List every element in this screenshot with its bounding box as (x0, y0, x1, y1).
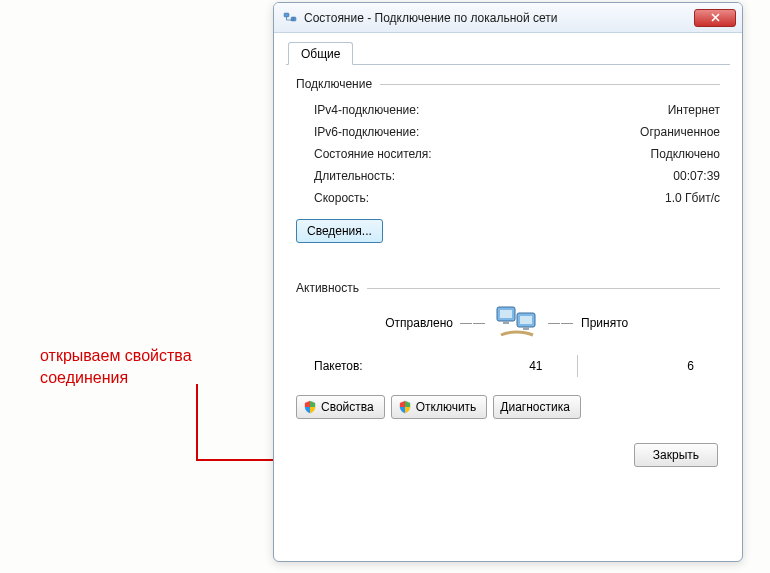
label-media-state: Состояние носителя: (314, 147, 432, 161)
row-speed: Скорость: 1.0 Гбит/с (314, 187, 720, 209)
details-button-label: Сведения... (307, 224, 372, 238)
svg-rect-3 (500, 310, 512, 318)
row-ipv6: IPv6-подключение: Ограниченное (314, 121, 720, 143)
label-ipv4: IPv4-подключение: (314, 103, 419, 117)
tab-general[interactable]: Общие (288, 42, 353, 65)
details-button[interactable]: Сведения... (296, 219, 383, 243)
sent-label: Отправлено (333, 316, 453, 330)
diagnose-button-label: Диагностика (500, 400, 570, 414)
sent-packets-value: 41 (434, 359, 569, 373)
connection-details-list: IPv4-подключение: Интернет IPv6-подключе… (296, 99, 720, 209)
group-connection-title: Подключение (296, 77, 372, 91)
value-ipv6: Ограниченное (640, 125, 720, 139)
row-duration: Длительность: 00:07:39 (314, 165, 720, 187)
properties-button-label: Свойства (321, 400, 374, 414)
received-packets-value: 6 (586, 359, 721, 373)
group-activity-title: Активность (296, 281, 359, 295)
disable-button[interactable]: Отключить (391, 395, 488, 419)
tab-general-label: Общие (301, 47, 340, 61)
disable-button-label: Отключить (416, 400, 477, 414)
svg-rect-4 (503, 321, 509, 324)
divider (367, 288, 720, 289)
separator (577, 355, 578, 377)
dash: —— (459, 316, 487, 330)
divider (380, 84, 720, 85)
group-connection-header: Подключение (296, 77, 720, 91)
close-icon (711, 13, 720, 22)
row-ipv4: IPv4-подключение: Интернет (314, 99, 720, 121)
status-dialog: Состояние - Подключение по локальной сет… (273, 2, 743, 562)
activity-packets-row: Пакетов: 41 6 (314, 355, 720, 377)
close-button[interactable]: Закрыть (634, 443, 718, 467)
diagnose-button[interactable]: Диагностика (493, 395, 581, 419)
svg-rect-7 (523, 327, 529, 330)
annotation-text: открываем свойства соединения (40, 345, 192, 390)
activity-flow-row: Отправлено —— —— (314, 303, 720, 343)
svg-rect-0 (284, 13, 289, 17)
dialog-footer: Закрыть (286, 443, 730, 467)
value-media-state: Подключено (651, 147, 720, 161)
titlebar: Состояние - Подключение по локальной сет… (274, 3, 742, 33)
properties-button[interactable]: Свойства (296, 395, 385, 419)
group-activity-header: Активность (296, 281, 720, 295)
packets-label: Пакетов: (314, 359, 434, 373)
close-window-button[interactable] (694, 9, 736, 27)
shield-icon (303, 400, 317, 414)
value-speed: 1.0 Гбит/с (665, 191, 720, 205)
annotation-line2: соединения (40, 367, 192, 389)
label-duration: Длительность: (314, 169, 395, 183)
row-media-state: Состояние носителя: Подключено (314, 143, 720, 165)
svg-rect-6 (520, 316, 532, 324)
dialog-body: Общие Подключение IPv4-подключение: Инте… (274, 33, 742, 477)
label-speed: Скорость: (314, 191, 369, 205)
titlebar-network-icon (282, 10, 298, 26)
group-activity: Активность Отправлено —— (296, 281, 720, 377)
activity-body: Отправлено —— —— (296, 303, 720, 377)
window-title: Состояние - Подключение по локальной сет… (304, 11, 558, 25)
value-duration: 00:07:39 (673, 169, 720, 183)
label-ipv6: IPv6-подключение: (314, 125, 419, 139)
received-label: Принято (581, 316, 701, 330)
annotation-line1: открываем свойства (40, 345, 192, 367)
tabs-strip: Общие (286, 39, 730, 65)
shield-icon (398, 400, 412, 414)
group-connection: Подключение IPv4-подключение: Интернет I… (296, 77, 720, 243)
action-button-row: Свойства Отключить Диагностика (296, 395, 720, 419)
close-button-label: Закрыть (653, 448, 699, 462)
dash: —— (547, 316, 575, 330)
value-ipv4: Интернет (668, 103, 720, 117)
computers-icon (493, 303, 541, 343)
